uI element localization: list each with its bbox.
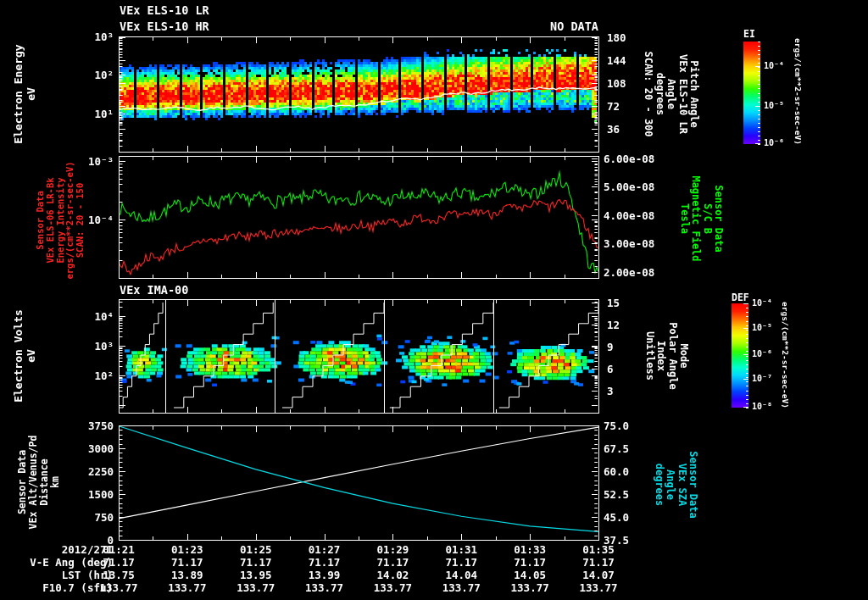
- footer-cell: 71.17: [226, 556, 286, 569]
- time-axis-label: 01:27: [295, 543, 354, 556]
- time-axis-label: 01:31: [431, 543, 491, 556]
- y-axis-right-tick-label: 15: [607, 297, 620, 309]
- colorbar-tick-label: 10⁻⁷: [752, 374, 772, 383]
- y-axis-tick-label: 3750: [49, 419, 114, 432]
- els-title-line1: VEx ELS-10 LR: [120, 4, 209, 16]
- y-axis-right-tick-label: 45.0: [604, 511, 629, 524]
- footer-cell: 133.77: [363, 581, 422, 594]
- ima-left-label: Electron Volts eV: [13, 309, 37, 403]
- footer-cell: 71.17: [89, 556, 148, 569]
- time-axis-label: 01:35: [569, 543, 628, 556]
- panel-ima-spectrogram: [119, 299, 598, 413]
- footer-cell: 133.77: [500, 581, 559, 594]
- footer-cell: 71.17: [363, 556, 422, 569]
- colorbar-def-title: DEF: [732, 292, 749, 303]
- footer-cell: 71.17: [569, 556, 628, 569]
- alt-left-label: Sensor Data VEx Alt/Venus/Pd Distance km: [17, 436, 61, 530]
- time-axis-label: 01:21: [89, 543, 148, 556]
- footer-cell: 133.77: [295, 581, 354, 594]
- time-axis-label: 01:29: [363, 543, 422, 556]
- colorbar-tick-label: 10⁻⁶: [752, 349, 772, 358]
- y-axis-right-tick-label: 108: [607, 77, 626, 90]
- colorbar-tick-label: 10⁻⁶: [764, 138, 784, 147]
- panel-magnetic-field: [119, 156, 598, 278]
- footer-cell: 14.04: [431, 569, 491, 581]
- footer-cell: 71.17: [431, 556, 491, 569]
- colorbar-tick-label: 10⁻⁵: [764, 101, 784, 110]
- y-axis-right-tick-label: 2.00e-08: [604, 266, 654, 279]
- intensity-left-label: Sensor Data VEx ELS-06 LR-Bk Energy Inte…: [36, 161, 86, 279]
- y-axis-right-tick-label: 75.0: [604, 419, 629, 432]
- y-axis-right-tick-label: 9: [607, 341, 614, 353]
- footer-cell: 71.17: [158, 556, 217, 569]
- footer-cell: 13.99: [295, 569, 354, 581]
- footer-cell: 133.77: [89, 581, 148, 594]
- y-axis-right-tick-label: 6.00e-08: [604, 153, 654, 165]
- footer-cell: 14.05: [500, 569, 559, 581]
- time-axis-label: 01:25: [226, 543, 286, 556]
- y-axis-right-tick-label: 144: [607, 54, 626, 67]
- y-axis-right-tick-label: 36: [607, 123, 620, 136]
- colorbar-def-unit-label: ergs/(cm**2-sr-sec-eV): [781, 302, 790, 408]
- y-axis-tick-label: 10⁴: [49, 310, 114, 323]
- y-axis-right-tick-label: 180: [607, 31, 626, 44]
- footer-cell: 71.17: [295, 556, 354, 569]
- y-axis-right-tick-label: 72: [607, 100, 620, 113]
- colorbar-tick-label: 10⁻⁸: [752, 402, 772, 411]
- y-axis-tick-label: 10²: [49, 69, 114, 81]
- footer-cell: 133.77: [158, 581, 217, 594]
- y-axis-right-tick-label: 52.5: [604, 488, 629, 501]
- y-axis-tick-label: 10²: [49, 369, 114, 382]
- y-axis-right-tick-label: 67.5: [604, 442, 629, 455]
- y-axis-right-tick-label: 3.00e-08: [604, 237, 654, 250]
- y-axis-tick-label: 10³: [49, 31, 114, 43]
- vex-stack-plot: VEx ELS-10 LR VEx ELS-10 HR NO DATA VEx …: [0, 0, 868, 600]
- footer-cell: 14.07: [569, 569, 628, 581]
- mode-right-label: Mode Polar Angle Index Unitless: [643, 322, 689, 389]
- footer-cell: 133.77: [569, 581, 628, 594]
- colorbar-ei-title: EI: [743, 28, 755, 40]
- y-axis-right-tick-label: 3: [607, 385, 614, 397]
- els-title-line2: VEx ELS-10 HR: [120, 20, 209, 32]
- y-axis-tick-label: 10¹: [49, 108, 114, 120]
- els-right-label: Pitch Angle VEx ELS-10 LR Angle degrees …: [642, 51, 698, 136]
- colorbar-ei-unit-label: ergs/(cm**2-sr-sec-eV): [793, 38, 803, 145]
- sza-right-label: Sensor Data VEx SZA Angle degrees: [653, 451, 698, 518]
- panel-els-spectrogram: [119, 36, 598, 152]
- time-axis-label: 01:23: [158, 543, 217, 556]
- y-axis-tick-label: 10³: [49, 340, 114, 353]
- footer-cell: 13.89: [158, 569, 217, 581]
- mag-right-label: Sensor Data S/C B Magnetic Field Tesla: [678, 175, 724, 261]
- colorbar-tick-label: 10⁻⁴: [764, 61, 784, 70]
- y-axis-right-tick-label: 5.00e-08: [604, 181, 654, 193]
- y-axis-right-tick-label: 60.0: [604, 465, 629, 478]
- no-data-label: NO DATA: [480, 20, 598, 32]
- footer-cell: 71.17: [500, 556, 559, 569]
- y-axis-right-tick-label: 4.00e-08: [604, 209, 654, 222]
- y-axis-right-tick-label: 12: [607, 319, 620, 331]
- footer-cell: 13.75: [89, 569, 148, 581]
- footer-cell: 133.77: [226, 581, 286, 594]
- footer-cell: 13.95: [226, 569, 286, 581]
- footer-cell: 14.02: [363, 569, 422, 581]
- ima-title: VEx IMA-00: [120, 284, 188, 296]
- footer-cell: 133.77: [431, 581, 491, 594]
- colorbar-tick-label: 10⁻⁵: [752, 323, 772, 332]
- time-axis-label: 01:33: [500, 543, 559, 556]
- els-left-label: Electron Energy eV: [13, 44, 37, 143]
- colorbar-tick-label: 10⁻⁴: [752, 298, 772, 308]
- y-axis-right-tick-label: 6: [607, 363, 614, 375]
- panel-altitude-sza: [119, 425, 598, 540]
